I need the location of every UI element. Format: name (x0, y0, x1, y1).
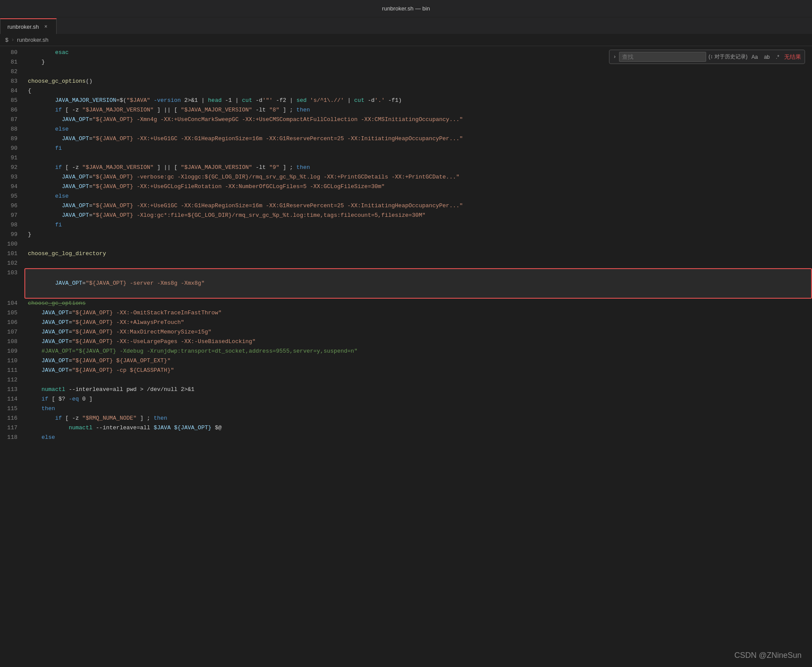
active-tab[interactable]: runbroker.sh × (0, 18, 57, 34)
table-row: 95 else (0, 192, 812, 201)
table-row: 98 fi (0, 220, 812, 230)
editor-area: › (↕ 对于历史记录) Aa ab .* 无结果 80 esac 81 } 8… (0, 46, 812, 667)
table-row: 101 choose_gc_log_directory (0, 249, 812, 259)
table-row: 99 } (0, 230, 812, 239)
table-row: 83 choose_gc_options() (0, 77, 812, 86)
table-row: 114 if [ $? -eq 0 ] (0, 394, 812, 404)
highlighted-line: 103 JAVA_OPT="${JAVA_OPT} -server -Xms8g… (0, 268, 812, 299)
table-row: 106 JAVA_OPT="${JAVA_OPT} -XX:+AlwaysPre… (0, 318, 812, 327)
table-row: 102 (0, 259, 812, 268)
table-row: 84 { (0, 86, 812, 96)
table-row: 88 else (0, 125, 812, 134)
table-row: 116 if [ -z "$RMQ_NUMA_NODE" ] ; then (0, 414, 812, 423)
tab-close-button[interactable]: × (42, 23, 49, 30)
table-row: 108 JAVA_OPT="${JAVA_OPT} -XX:-UseLargeP… (0, 337, 812, 347)
search-bar: › (↕ 对于历史记录) Aa ab .* 无结果 (609, 50, 805, 64)
table-row: 118 else (0, 433, 812, 442)
table-row: 115 then (0, 404, 812, 414)
table-row: 90 fi (0, 144, 812, 153)
search-regex-button[interactable]: .* (774, 53, 782, 61)
breadcrumb-bar: $ › runbroker.sh (0, 34, 812, 46)
table-row: 92 if [ -z "$JAVA_MAJOR_VERSION" ] || [ … (0, 163, 812, 172)
table-row: 113 numactl --interleave=all pwd > /dev/… (0, 385, 812, 394)
table-row: 109 #JAVA_OPT="${JAVA_OPT} -Xdebug -Xrun… (0, 347, 812, 356)
table-row: 96 JAVA_OPT="${JAVA_OPT} -XX:+UseG1GC -X… (0, 201, 812, 211)
search-case-sensitive-button[interactable]: Aa (749, 53, 760, 61)
table-row: 112 (0, 375, 812, 385)
watermark: CSDN @ZNineSun (734, 651, 802, 660)
table-row: 111 JAVA_OPT="${JAVA_OPT} -cp ${CLASSPAT… (0, 366, 812, 375)
table-row: 86 if [ -z "$JAVA_MAJOR_VERSION" ] || [ … (0, 105, 812, 115)
table-row: 105 JAVA_OPT="${JAVA_OPT} -XX:-OmitStack… (0, 308, 812, 318)
table-row: 87 JAVA_OPT="${JAVA_OPT} -Xmn4g -XX:+Use… (0, 115, 812, 125)
table-row: 97 JAVA_OPT="${JAVA_OPT} -Xlog:gc*:file=… (0, 211, 812, 220)
table-row: 94 JAVA_OPT="${JAVA_OPT} -XX:+UseGCLogFi… (0, 182, 812, 192)
title-bar: runbroker.sh — bin (0, 0, 812, 17)
tab-bar: runbroker.sh × (0, 17, 812, 34)
breadcrumb-sep: › (11, 37, 14, 43)
search-expand-icon[interactable]: › (613, 54, 616, 60)
table-row: 107 JAVA_OPT="${JAVA_OPT} -XX:MaxDirectM… (0, 327, 812, 337)
tab-filename: runbroker.sh (7, 24, 39, 30)
table-row: 100 (0, 239, 812, 249)
search-input[interactable] (619, 52, 706, 62)
search-no-result: 无结果 (784, 53, 801, 61)
code-area: 80 esac 81 } 82 83 choose_gc_options() 8… (0, 46, 812, 442)
table-row: 85 JAVA_MAJOR_VERSION=$("$JAVA" -version… (0, 96, 812, 105)
search-whole-word-button[interactable]: ab (762, 53, 772, 61)
table-row: 110 JAVA_OPT="${JAVA_OPT} ${JAVA_OPT_EXT… (0, 356, 812, 366)
table-row: 117 numactl --interleave=all $JAVA ${JAV… (0, 423, 812, 433)
table-row: 82 (0, 67, 812, 77)
breadcrumb-dollar: $ (5, 37, 8, 43)
table-row: 93 JAVA_OPT="${JAVA_OPT} -verbose:gc -Xl… (0, 172, 812, 182)
search-options: (↕ 对于历史记录) Aa ab .* (709, 53, 782, 61)
search-history-hint: (↕ 对于历史记录) (709, 53, 748, 61)
table-row: 89 JAVA_OPT="${JAVA_OPT} -XX:+UseG1GC -X… (0, 134, 812, 144)
breadcrumb-filename: runbroker.sh (17, 37, 48, 43)
table-row: 104 choose_gc_options (0, 299, 812, 308)
table-row: 91 (0, 153, 812, 163)
window-title: runbroker.sh — bin (382, 5, 430, 12)
